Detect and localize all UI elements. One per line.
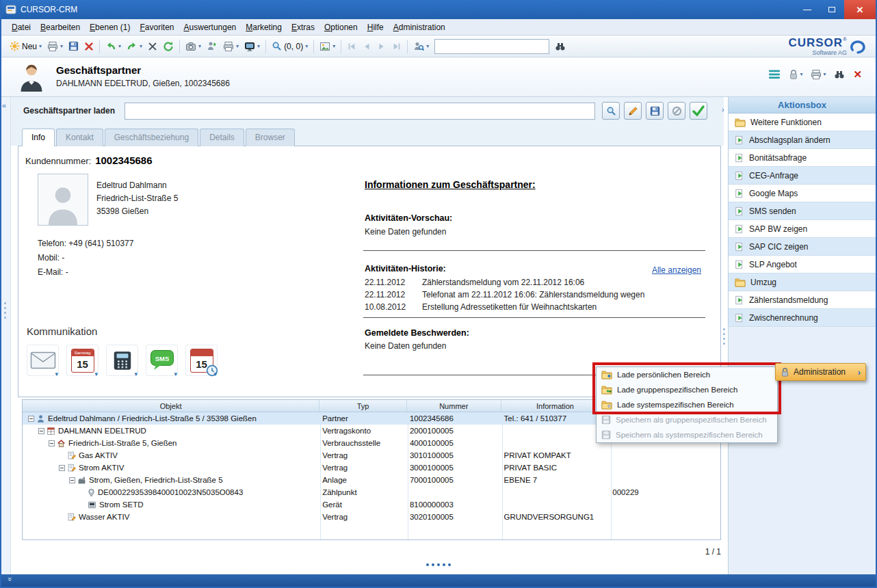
aktionsbox-item-bonitaetsabfrage[interactable]: Bonitätsabfrage bbox=[729, 149, 876, 167]
menu-marketing[interactable]: Marketing bbox=[241, 20, 287, 35]
collapse-toggle[interactable] bbox=[28, 416, 34, 422]
tab-kontakt[interactable]: Kontakt bbox=[56, 129, 103, 146]
cancel-edit-button[interactable] bbox=[668, 102, 685, 120]
pencil-icon bbox=[628, 106, 638, 116]
aktionsbox-item-zaehlerstandsmeldung[interactable]: Zählerstandsmeldung bbox=[729, 291, 876, 309]
menu-item-lade-gruppenspezifischen-bereich[interactable]: Lade gruppenspezifischen Bereich bbox=[597, 382, 777, 397]
collapse-toggle[interactable] bbox=[49, 440, 55, 446]
menu-favoriten[interactable]: Favoriten bbox=[135, 20, 179, 35]
sms-button[interactable]: SMS▾ bbox=[146, 345, 178, 376]
print-button[interactable]: ▾ bbox=[44, 40, 66, 53]
menu-extras[interactable]: Extras bbox=[287, 20, 319, 35]
undo-button[interactable]: ▾ bbox=[103, 40, 124, 53]
delete-button[interactable] bbox=[81, 40, 96, 53]
nav-first-button[interactable] bbox=[344, 40, 359, 53]
menu-hilfe[interactable]: Hilfe bbox=[363, 20, 389, 35]
confirm-button[interactable] bbox=[690, 102, 707, 120]
lock-button[interactable]: ▾ bbox=[789, 69, 802, 80]
tree-row-vertrag[interactable]: Gas AKTIVVertrag3010100005PRIVAT KOMPAKT bbox=[23, 449, 720, 462]
close-button[interactable]: ✕ bbox=[844, 0, 876, 19]
column-header-typ[interactable]: Typ bbox=[319, 400, 407, 412]
tree-row-zaehlpunkt[interactable]: DE00022935398400010023N5035O0843Zählpunk… bbox=[23, 486, 720, 498]
loader-input[interactable] bbox=[125, 103, 595, 120]
new-button[interactable]: Neu▾ bbox=[7, 40, 44, 53]
email-button[interactable]: ▾ bbox=[27, 345, 59, 376]
image-button[interactable]: ▾ bbox=[317, 40, 338, 53]
aktionsbox-item-sms-senden[interactable]: SMS senden bbox=[729, 202, 876, 220]
tab-browser[interactable]: Browser bbox=[246, 129, 295, 146]
chevron-right-icon: › bbox=[858, 367, 861, 377]
right-splitter[interactable]: › bbox=[721, 97, 728, 574]
redo-button[interactable]: ▾ bbox=[124, 40, 145, 53]
aktionsbox-item-zwischenrechnung[interactable]: Zwischenrechnung bbox=[729, 309, 876, 327]
column-header-objekt[interactable]: Objekt bbox=[23, 400, 319, 412]
find-button[interactable] bbox=[552, 40, 568, 53]
tree-row-geraet[interactable]: Strom SETDGerät8100000003 bbox=[23, 498, 720, 511]
alle-anzeigen-link[interactable]: Alle anzeigen bbox=[652, 265, 701, 275]
tab-geschaeftsbeziehung[interactable]: Geschäftsbeziehung bbox=[105, 129, 198, 146]
menu-item-speichern-als-systemspezifischen-bereich: Speichern als systemspezifischen Bereich bbox=[597, 427, 777, 442]
collapse-toggle[interactable] bbox=[38, 428, 44, 434]
header-print-button[interactable]: ▾ bbox=[811, 69, 826, 80]
menu-bearbeiten[interactable]: Bearbeiten bbox=[36, 20, 85, 35]
cancel-button[interactable] bbox=[145, 40, 160, 53]
nav-last-button[interactable] bbox=[389, 40, 404, 53]
contact-line: E-Mail: - bbox=[38, 265, 133, 280]
administration-button[interactable]: Administration › bbox=[775, 363, 866, 381]
person-search-button[interactable]: ▾ bbox=[410, 40, 432, 53]
person-transfer-button[interactable] bbox=[204, 40, 220, 53]
monitor-button[interactable]: ▾ bbox=[241, 40, 263, 53]
aktionsbox-item-abschlagsplan-aendern[interactable]: Abschlagsplan ändern bbox=[729, 131, 876, 149]
quicksearch-input[interactable] bbox=[434, 39, 549, 54]
refresh-button[interactable] bbox=[160, 40, 176, 53]
aktionsbox-item-label: Weitere Funktionen bbox=[750, 118, 822, 127]
menu-auswertungen[interactable]: Auswertungen bbox=[179, 20, 241, 35]
phone-button[interactable]: ▾ bbox=[106, 345, 138, 376]
position-indicator[interactable]: (0, 0)▾ bbox=[269, 40, 311, 53]
aktionsbox-item-ceg-anfrage[interactable]: CEG-Anfrage bbox=[729, 167, 876, 185]
nav-prev-button[interactable] bbox=[359, 40, 374, 53]
tab-info[interactable]: Info bbox=[22, 129, 55, 146]
maximize-button[interactable] bbox=[820, 0, 844, 19]
menu-datei[interactable]: Datei bbox=[7, 20, 36, 35]
close-record-button[interactable]: ✕ bbox=[853, 68, 862, 81]
save-record-button[interactable] bbox=[646, 102, 664, 120]
calendar-button[interactable]: Samstag15▾ bbox=[66, 345, 99, 376]
nav-next-button[interactable] bbox=[374, 40, 389, 53]
tree-row-vertrag[interactable]: Wasser AKTIVVertrag3020100005GRUNDVERSOR… bbox=[23, 511, 720, 523]
menu-optionen[interactable]: Optionen bbox=[319, 20, 363, 35]
aktionsbox-item-slp-angebot[interactable]: SLP Angebot bbox=[729, 256, 876, 273]
menu-item-lade-persoenlichen-bereich[interactable]: Lade persönlichen Bereich bbox=[597, 367, 777, 382]
aktionsbox-item-umzug[interactable]: Umzug bbox=[729, 273, 876, 291]
collapse-toggle[interactable] bbox=[69, 477, 75, 483]
aktionsbox-item-google-maps[interactable]: Google Maps bbox=[729, 185, 876, 202]
tree-row-anlage[interactable]: Strom, Gießen, Friedrich-List-Straße 5An… bbox=[23, 474, 720, 486]
partner-contact-info: Telefon: +49 (641) 510377 Mobil: - E-Mai… bbox=[38, 237, 133, 280]
aktionsbox-item-weitere-funktionen[interactable]: Weitere Funktionen bbox=[729, 113, 876, 131]
edit-button[interactable] bbox=[624, 102, 642, 120]
left-collapse-strip[interactable]: « bbox=[1, 97, 11, 574]
minimize-button[interactable]: — bbox=[795, 0, 820, 19]
menu-administration[interactable]: Administration bbox=[389, 20, 450, 35]
tab-details[interactable]: Details bbox=[200, 129, 244, 146]
aktionsbox-item-sap-bw-zeigen[interactable]: SAP BW zeigen bbox=[729, 220, 876, 238]
search-button[interactable] bbox=[602, 102, 620, 120]
menu-ebenen-1[interactable]: Ebenen (1) bbox=[85, 20, 135, 35]
list-view-button[interactable] bbox=[768, 70, 781, 79]
folder-icon bbox=[735, 118, 746, 127]
column-header-information[interactable]: Information bbox=[501, 400, 610, 412]
collapse-toggle[interactable] bbox=[59, 465, 65, 471]
tree-row-label: Friedrich-List-Straße 5, Gießen bbox=[68, 439, 177, 447]
appointment-button[interactable]: 15▾ bbox=[185, 345, 218, 376]
aktionsbox-item-label: Zählerstandsmeldung bbox=[749, 295, 828, 305]
print-list-button[interactable]: ▾ bbox=[220, 40, 241, 53]
logo-swoosh-icon bbox=[850, 38, 867, 55]
aktionsbox-item-sap-cic-zeigen[interactable]: SAP CIC zeigen bbox=[729, 238, 876, 256]
column-header-nummer[interactable]: Nummer bbox=[407, 400, 501, 412]
header-search-button[interactable] bbox=[834, 69, 845, 80]
snapshot-button[interactable]: ▾ bbox=[183, 40, 204, 53]
menu-item-lade-systemspezifischen-bereich[interactable]: Lade systemspezifischen Bereich bbox=[597, 397, 777, 412]
tree-row-vertrag[interactable]: Strom AKTIVVertrag3000100005PRIVAT BASIC bbox=[23, 462, 720, 474]
magnifier-icon bbox=[606, 106, 616, 116]
save-button[interactable] bbox=[66, 40, 81, 53]
